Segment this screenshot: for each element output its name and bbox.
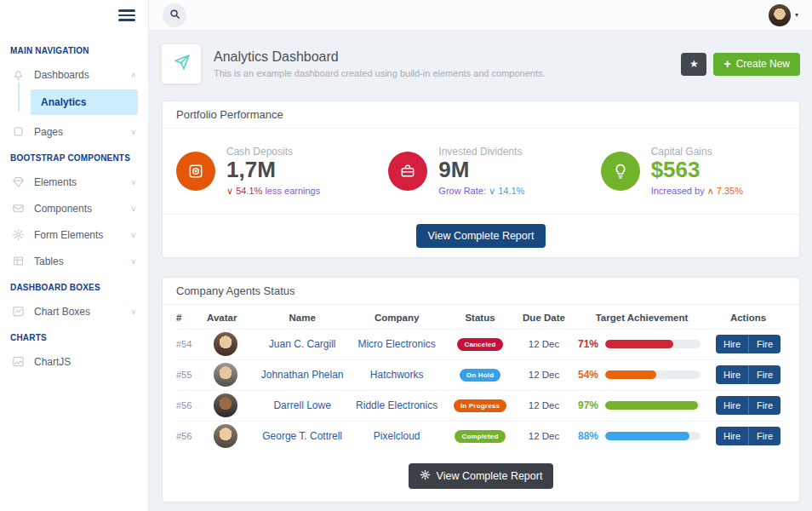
col-company: Company	[348, 313, 445, 323]
row-id: #56	[176, 431, 207, 441]
view-complete-report-dark-button[interactable]: View Complete Report	[409, 463, 554, 489]
stat-value: 1,7M	[226, 158, 320, 183]
sidebar-item-components[interactable]: Components	[0, 195, 148, 221]
agent-name-link[interactable]: Darrell Lowe	[256, 399, 348, 411]
create-new-button[interactable]: + Create New	[713, 53, 800, 76]
portfolio-performance-card: Portfolio Performance Cash Deposits 1,7M…	[162, 100, 800, 258]
nav-section-bootstrap-components: BOOTSTRAP COMPONENTS	[0, 145, 148, 169]
hire-button[interactable]: Hire	[716, 396, 748, 415]
row-id: #55	[176, 370, 207, 380]
col-actions: Actions	[711, 313, 786, 323]
fire-button[interactable]: Fire	[748, 365, 781, 384]
stat-note-text: less earnings	[265, 186, 320, 196]
stat-value: $563	[651, 158, 743, 183]
progress-bar	[605, 370, 700, 379]
due-date: 12 Dec	[515, 431, 573, 441]
progress-percent: 88%	[573, 430, 598, 442]
briefcase-icon	[388, 152, 427, 191]
stat-note-prefix: Grow Rate:	[438, 186, 486, 196]
sidebar-item-label: Chart Boxes	[34, 306, 90, 318]
table-row: #56 Darrell Lowe Riddle Electronics In P…	[176, 390, 786, 421]
sidebar-item-label: Form Elements	[34, 229, 103, 241]
gear-icon	[12, 228, 25, 241]
stat-percent: 14.1%	[498, 186, 524, 196]
fire-button[interactable]: Fire	[748, 396, 781, 415]
company-link[interactable]: Micro Electronics	[348, 338, 445, 350]
sidebar-item-dashboards[interactable]: Dashboards	[0, 61, 148, 88]
sidebar-item-analytics-active[interactable]: Analytics	[31, 89, 138, 115]
user-avatar[interactable]	[769, 4, 791, 26]
target-achievement: 88%	[573, 430, 711, 442]
sidebar-item-chartjs[interactable]: ChartJS	[0, 348, 148, 375]
search-button[interactable]	[163, 3, 186, 27]
trend-down-caret: ∨	[226, 186, 233, 196]
progress-fill	[605, 370, 656, 379]
sidebar-item-form-elements[interactable]: Form Elements	[0, 221, 148, 248]
hire-button[interactable]: Hire	[716, 365, 748, 384]
create-new-label: Create New	[736, 58, 790, 70]
table-icon	[12, 255, 25, 267]
chevron-down-icon	[130, 204, 136, 213]
progress-bar	[605, 432, 700, 440]
trend-down-caret: ∨	[489, 186, 495, 196]
sidebar-item-pages[interactable]: Pages	[0, 118, 148, 145]
stat-capital-gains: Capital Gains $563 Increased by ∧ 7.35%	[587, 132, 799, 210]
plus-icon: +	[723, 57, 730, 71]
nav-section-main-navigation: MAIN NAVIGATION	[0, 37, 148, 61]
agent-name-link[interactable]: George T. Cottrell	[256, 430, 348, 442]
progress-fill	[605, 340, 673, 348]
sidebar-item-label: ChartJS	[34, 356, 71, 368]
agent-name-link[interactable]: Johnathan Phelan	[256, 369, 348, 381]
image-chart-icon	[12, 355, 25, 368]
chevron-down-icon	[130, 307, 136, 316]
company-link[interactable]: Hatchworks	[348, 369, 445, 381]
chart-box-icon	[12, 305, 25, 318]
table-header-row: # Avatar Name Company Status Due Date Ta…	[176, 305, 786, 329]
sidebar-item-label: Tables	[34, 256, 64, 267]
fire-button[interactable]: Fire	[748, 427, 781, 445]
company-link[interactable]: Riddle Electronics	[348, 399, 445, 411]
gem-icon	[12, 175, 25, 188]
col-name: Name	[256, 313, 348, 323]
view-complete-report-button[interactable]: View Complete Report	[416, 224, 546, 248]
menu-toggle-icon[interactable]	[118, 9, 135, 21]
fire-button[interactable]: Fire	[748, 335, 781, 353]
status-badge: Completed	[455, 430, 505, 443]
page-icon-box	[162, 44, 201, 83]
progress-percent: 54%	[573, 369, 598, 381]
stat-label: Capital Gains	[651, 146, 743, 158]
agent-name-link[interactable]: Juan C. Cargill	[256, 338, 348, 350]
progress-bar	[605, 401, 700, 410]
avatar	[214, 332, 237, 356]
status-badge: On Hold	[460, 369, 501, 382]
sidebar-item-elements[interactable]: Elements	[0, 169, 148, 195]
due-date: 12 Dec	[515, 400, 573, 411]
table-row: #54 Juan C. Cargill Micro Electronics Ca…	[176, 329, 786, 359]
app-root: MAIN NAVIGATION Dashboards Analytics Pag…	[0, 0, 812, 511]
trend-up-caret: ∧	[707, 186, 714, 196]
row-actions: Hire Fire	[716, 335, 781, 353]
table-row: #56 George T. Cottrell Pixelcloud Comple…	[176, 421, 786, 451]
sidebar-item-chart-boxes[interactable]: Chart Boxes	[0, 298, 148, 324]
progress-percent: 97%	[573, 399, 598, 411]
hire-button[interactable]: Hire	[716, 335, 748, 353]
search-icon	[169, 8, 181, 23]
page-content: Analytics Dashboard This is an example d…	[149, 31, 812, 511]
progress-fill	[605, 432, 689, 440]
stat-label: Cash Deposits	[226, 146, 320, 158]
row-actions: Hire Fire	[716, 365, 781, 384]
user-menu-caret-icon[interactable]	[795, 11, 798, 19]
star-button[interactable]: ★	[681, 53, 706, 76]
sidebar: MAIN NAVIGATION Dashboards Analytics Pag…	[0, 0, 149, 511]
due-date: 12 Dec	[515, 339, 573, 349]
page-title: Analytics Dashboard	[214, 49, 546, 65]
progress-bar	[605, 340, 700, 348]
nav-section-dashboard-boxes: DASHBOARD BOXES	[0, 274, 148, 298]
star-icon: ★	[689, 58, 699, 70]
chevron-down-icon	[130, 257, 136, 266]
due-date: 12 Dec	[515, 370, 573, 380]
sidebar-item-tables[interactable]: Tables	[0, 248, 148, 274]
company-link[interactable]: Pixelcloud	[348, 430, 445, 442]
stat-percent: 7.35%	[717, 186, 743, 196]
hire-button[interactable]: Hire	[716, 427, 748, 445]
